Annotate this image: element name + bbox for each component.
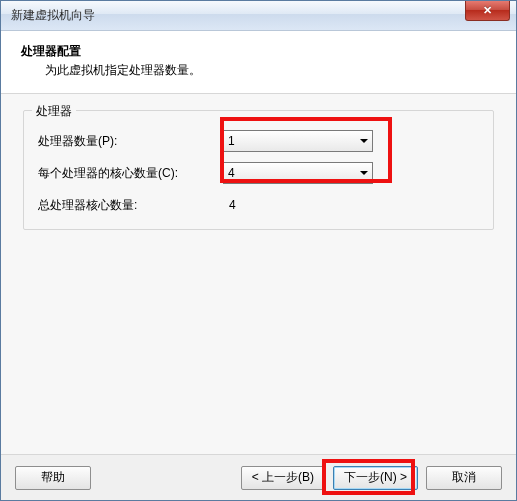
groupbox-legend: 处理器 xyxy=(32,103,76,120)
wizard-content: 处理器 处理器数量(P): 每个处理器的核心数量(C): 总处理器核心数量: 4 xyxy=(1,94,516,454)
row-total-cores: 总处理器核心数量: 4 xyxy=(38,193,479,217)
close-icon: ✕ xyxy=(483,4,492,17)
label-total-cores: 总处理器核心数量: xyxy=(38,197,223,214)
header-title: 处理器配置 xyxy=(21,43,496,60)
close-button[interactable]: ✕ xyxy=(465,1,510,21)
wizard-footer: 帮助 < 上一步(B) 下一步(N) > 取消 xyxy=(1,454,516,500)
window-title: 新建虚拟机向导 xyxy=(11,7,95,24)
processor-groupbox: 处理器 处理器数量(P): 每个处理器的核心数量(C): 总处理器核心数量: 4 xyxy=(23,110,494,230)
select-processor-count[interactable] xyxy=(223,130,373,152)
row-cores-per-processor: 每个处理器的核心数量(C): xyxy=(38,161,479,185)
wizard-header: 处理器配置 为此虚拟机指定处理器数量。 xyxy=(1,31,516,94)
select-cores-per-processor[interactable] xyxy=(223,162,373,184)
label-cores-per-processor: 每个处理器的核心数量(C): xyxy=(38,165,223,182)
label-processor-count: 处理器数量(P): xyxy=(38,133,223,150)
row-processor-count: 处理器数量(P): xyxy=(38,129,479,153)
titlebar: 新建虚拟机向导 ✕ xyxy=(1,1,516,31)
help-button[interactable]: 帮助 xyxy=(15,466,91,490)
cancel-button[interactable]: 取消 xyxy=(426,466,502,490)
select-cores-per-wrap xyxy=(223,162,373,184)
back-button[interactable]: < 上一步(B) xyxy=(241,466,325,490)
wizard-window: 新建虚拟机向导 ✕ 处理器配置 为此虚拟机指定处理器数量。 处理器 处理器数量(… xyxy=(0,0,517,501)
header-subtitle: 为此虚拟机指定处理器数量。 xyxy=(21,62,496,79)
select-processor-count-wrap xyxy=(223,130,373,152)
next-button[interactable]: 下一步(N) > xyxy=(333,466,418,490)
value-total-cores: 4 xyxy=(223,198,373,212)
